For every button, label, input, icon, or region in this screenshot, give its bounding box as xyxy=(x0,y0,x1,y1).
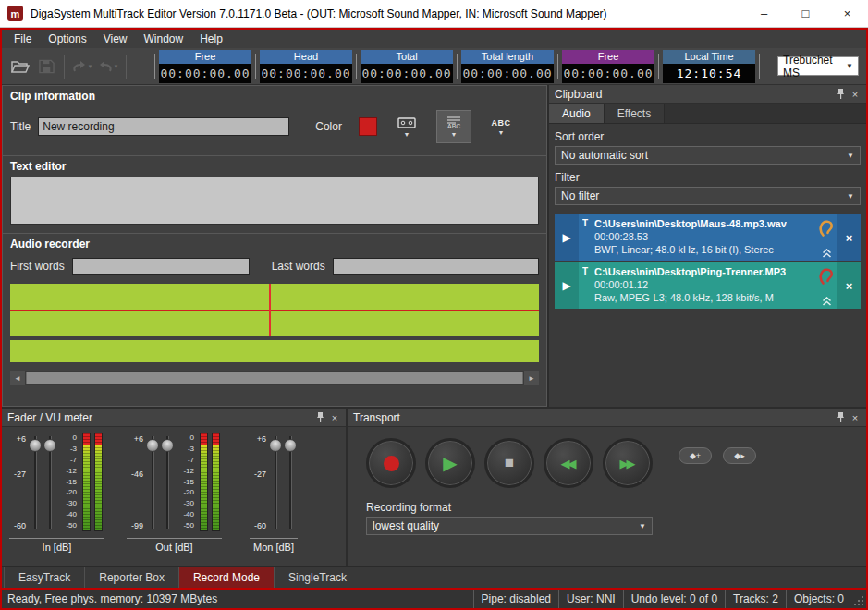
last-words-input[interactable] xyxy=(333,258,539,274)
first-words-input[interactable] xyxy=(72,258,250,274)
scroll-right-button[interactable]: ► xyxy=(524,371,539,385)
fader-knob[interactable] xyxy=(29,439,42,452)
maximize-button[interactable]: □ xyxy=(785,0,826,28)
fader-knob[interactable] xyxy=(146,439,159,452)
time-display-value: 00:00:00.00 xyxy=(159,64,251,83)
time-display-total: Total 00:00:00.00 xyxy=(361,50,453,83)
redo-button[interactable]: ▼ xyxy=(95,54,121,79)
fader-vu-panel: Fader / VU meter × +6 -27 -60 0-3-7-12-1… xyxy=(2,407,346,566)
fader-knob[interactable] xyxy=(269,439,282,452)
remove-clip-button[interactable]: × xyxy=(837,214,861,261)
fader-slider[interactable] xyxy=(28,433,43,532)
prelisten-ear-icon[interactable] xyxy=(819,267,834,286)
time-display-label: Total length xyxy=(461,50,554,64)
recording-format-label: Recording format xyxy=(366,501,866,514)
clip-color-swatch[interactable] xyxy=(359,117,377,136)
status-bar: Ready, Free phys. memory: 10397 MBytes P… xyxy=(2,588,866,608)
toolbar-separator xyxy=(759,54,760,79)
menu-item[interactable]: View xyxy=(95,30,136,48)
sort-order-select[interactable]: No automatic sort ▼ xyxy=(555,146,861,165)
text-style-dropdown-button[interactable]: ABC ▼ xyxy=(436,110,471,143)
pin-icon xyxy=(837,88,845,100)
play-clip-button[interactable]: ▶ xyxy=(555,214,579,261)
marker-add-button[interactable]: ◆+ xyxy=(679,447,712,464)
cart-dropdown-button[interactable]: ▼ xyxy=(389,110,424,143)
mode-tab-record-mode[interactable]: Record Mode xyxy=(179,567,275,590)
meter-scale-label: 0 xyxy=(190,433,194,442)
fader-scale-label: -27 xyxy=(14,470,26,479)
vu-group-mon: +6 -27 -60 Mon [dB] xyxy=(250,433,298,553)
pin-button[interactable] xyxy=(312,410,327,425)
tab-audio[interactable]: Audio xyxy=(549,104,605,123)
mode-tab-reporter-box[interactable]: Reporter Box xyxy=(85,567,179,590)
clip-path: C:\Users\nin\Desktop\Maus-48.mp3.wav xyxy=(594,217,787,230)
menu-item[interactable]: Options xyxy=(40,30,94,48)
menu-item[interactable]: File xyxy=(6,30,40,48)
pin-button[interactable] xyxy=(833,410,848,425)
transport-header: Transport × xyxy=(348,409,866,427)
marker-goto-button[interactable]: ◆▸ xyxy=(723,447,756,464)
status-segment: Pipe: disabled xyxy=(473,590,558,608)
filter-select[interactable]: No filter ▼ xyxy=(555,187,861,205)
save-button[interactable] xyxy=(33,54,59,79)
resize-grip[interactable] xyxy=(851,591,866,607)
collapse-chevrons-icon[interactable] xyxy=(822,249,832,258)
chevron-down-icon: ▼ xyxy=(846,62,853,70)
fader-scale-label: -60 xyxy=(254,521,266,531)
close-panel-button[interactable]: × xyxy=(848,410,862,425)
fader-knob[interactable] xyxy=(161,439,174,452)
fader-slider[interactable] xyxy=(268,433,283,532)
play-button[interactable]: ▶ xyxy=(425,438,475,488)
collapse-chevrons-icon[interactable] xyxy=(822,297,832,306)
menu-item[interactable]: Window xyxy=(136,30,192,48)
mode-tab-easytrack[interactable]: EasyTrack xyxy=(4,567,85,590)
record-button[interactable] xyxy=(366,438,416,488)
pin-button[interactable] xyxy=(833,87,848,102)
rewind-button[interactable]: ◀◀ xyxy=(544,438,593,488)
toolbar-separator xyxy=(658,54,659,79)
stop-button[interactable]: ■ xyxy=(484,438,534,488)
chevron-down-icon: ▼ xyxy=(114,64,119,69)
play-clip-button[interactable]: ▶ xyxy=(555,262,579,309)
font-selector-value: Trebuchet MS xyxy=(783,54,846,79)
clip-information-panel: Clip information Title Color ▼ ABC ▼ ABC… xyxy=(2,85,547,155)
close-button[interactable]: × xyxy=(826,0,868,28)
fader-slider[interactable] xyxy=(43,433,57,532)
scrollbar-thumb[interactable] xyxy=(26,372,523,384)
undo-button[interactable]: ▼ xyxy=(69,54,95,79)
left-column: Clip information Title Color ▼ ABC ▼ ABC… xyxy=(2,85,547,407)
font-selector[interactable]: Trebuchet MS ▼ xyxy=(777,56,859,76)
meter-scale-label: -12 xyxy=(183,467,194,475)
scroll-left-button[interactable]: ◄ xyxy=(10,371,25,385)
mode-tab-singletrack[interactable]: SingleTrack xyxy=(275,567,361,590)
meter-scale-label: -30 xyxy=(183,499,194,507)
toolbar-separator xyxy=(255,54,256,79)
open-button[interactable] xyxy=(7,54,33,79)
fader-knob[interactable] xyxy=(43,439,56,452)
prelisten-ear-icon[interactable] xyxy=(819,219,834,238)
minimize-button[interactable]: – xyxy=(743,0,785,28)
fader-slider[interactable] xyxy=(145,433,160,532)
close-panel-button[interactable]: × xyxy=(848,87,862,102)
clipboard-item-1[interactable]: ▶ T C:\Users\nin\Desktop\Maus-48.mp3.wav… xyxy=(555,214,861,261)
status-message: Ready, Free phys. memory: 10397 MBytes xyxy=(2,592,217,605)
abc-dropdown-button[interactable]: ABC ▼ xyxy=(483,110,519,143)
fader-scale-label: -27 xyxy=(254,470,266,479)
tab-effects[interactable]: Effects xyxy=(605,104,665,123)
meter-scale-label: -7 xyxy=(70,456,77,464)
playhead-cursor[interactable] xyxy=(269,284,271,336)
text-editor-area[interactable] xyxy=(10,177,539,225)
meter-scale-label: -50 xyxy=(183,521,194,530)
recording-format-select[interactable]: lowest quality ▼ xyxy=(366,517,653,535)
horizontal-scrollbar[interactable]: ◄ ► xyxy=(10,371,539,385)
remove-clip-button[interactable]: × xyxy=(837,262,861,309)
fader-slider[interactable] xyxy=(283,433,298,532)
waveform-display[interactable] xyxy=(10,284,539,365)
fader-slider[interactable] xyxy=(160,433,175,532)
clip-title-input[interactable] xyxy=(38,117,289,136)
fast-forward-button[interactable]: ▶▶ xyxy=(603,438,653,488)
fader-knob[interactable] xyxy=(284,439,297,452)
close-panel-button[interactable]: × xyxy=(327,410,342,425)
clipboard-item-2[interactable]: ▶ T C:\Users\nin\Desktop\Ping-Trenner.MP… xyxy=(555,262,861,309)
menu-item[interactable]: Help xyxy=(191,30,231,48)
